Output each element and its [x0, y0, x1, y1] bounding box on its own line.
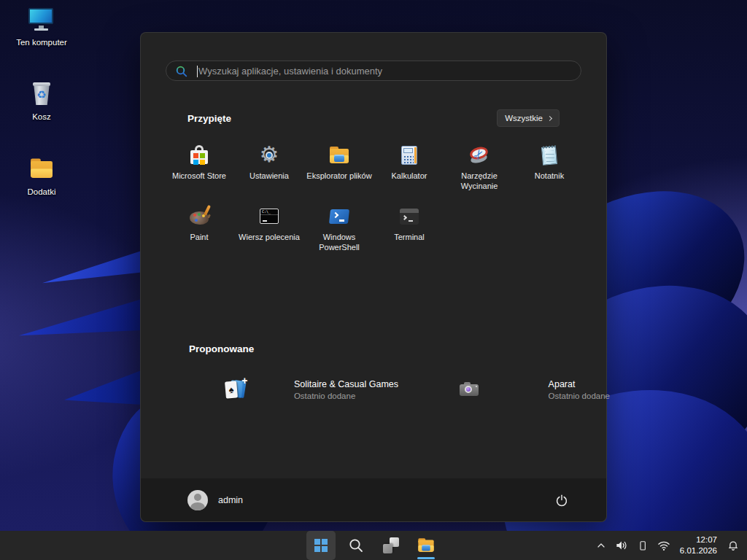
pinned-app-label: Terminal	[374, 233, 444, 243]
pinned-app-file-explorer[interactable]: Eksplorator plików	[304, 139, 374, 201]
user-name: admin	[218, 495, 243, 505]
power-button[interactable]	[549, 488, 574, 513]
speaker-icon	[614, 538, 629, 553]
task-view-button[interactable]	[376, 531, 406, 560]
pinned-app-settings[interactable]: ⚙ Ustawienia	[234, 139, 304, 201]
all-apps-button[interactable]: Wszystkie	[497, 109, 560, 127]
tray-date: 6.01.2026	[680, 545, 717, 556]
battery-icon	[636, 538, 649, 553]
tray-battery-button[interactable]	[632, 531, 653, 560]
taskbar: 12:07 6.01.2026	[0, 531, 747, 560]
pinned-section-title: Przypięte	[187, 113, 231, 124]
terminal-icon	[398, 205, 421, 228]
wifi-icon	[657, 538, 671, 553]
desktop-icon-label: Dodatki	[8, 187, 75, 198]
pinned-app-label: Narzędzie Wycinanie	[444, 171, 514, 192]
command-prompt-icon: C:\_	[258, 205, 281, 228]
tray-notifications-button[interactable]	[722, 531, 744, 560]
running-app-indicator	[417, 557, 435, 559]
pinned-app-label: Windows PowerShell	[304, 233, 374, 253]
pinned-app-label: Ustawienia	[234, 171, 304, 182]
pinned-app-calculator[interactable]: Kalkulator	[374, 139, 444, 201]
taskbar-search-button[interactable]	[341, 531, 371, 560]
start-menu-footer: admin	[141, 478, 606, 521]
pinned-app-terminal[interactable]: Terminal	[374, 201, 444, 262]
tray-volume-button[interactable]	[611, 531, 632, 560]
recommended-item-title: Solitaire & Casual Games	[294, 379, 398, 389]
pinned-app-notepad[interactable]: Notatnik	[514, 139, 584, 201]
calculator-icon	[398, 144, 421, 167]
pinned-apps-grid: Microsoft Store ⚙ Ustawienia Eksplorator…	[164, 139, 584, 262]
search-input[interactable]	[166, 61, 581, 80]
recommended-item-title: Aparat	[549, 379, 610, 389]
tray-clock[interactable]: 12:07 6.01.2026	[675, 534, 722, 556]
chevron-right-icon	[547, 115, 552, 120]
settings-gear-icon: ⚙	[258, 144, 281, 167]
desktop-icon-label: Kosz	[8, 112, 75, 122]
recycle-bin-icon: ♻	[27, 80, 56, 109]
tray-time: 12:07	[680, 534, 717, 545]
start-menu: Przypięte Wszystkie Microsoft Store ⚙ Us…	[140, 32, 607, 522]
recommended-item-subtitle: Ostatnio dodane	[549, 392, 610, 400]
powershell-icon	[328, 205, 351, 228]
file-explorer-icon	[328, 144, 351, 167]
snipping-tool-icon: ✂	[468, 144, 491, 167]
start-search-box[interactable]	[166, 61, 581, 81]
taskbar-file-explorer-button[interactable]	[411, 531, 441, 560]
recycle-glyph: ♻	[34, 88, 50, 102]
pinned-app-powershell[interactable]: Windows PowerShell	[304, 201, 374, 262]
notepad-icon	[538, 144, 561, 167]
microsoft-store-icon	[187, 144, 211, 167]
recommended-section-title: Proponowane	[189, 343, 254, 354]
pinned-app-label: Microsoft Store	[164, 171, 234, 182]
recommended-item-solitaire[interactable]: ♠ + Solitaire & Casual Games Ostatnio do…	[187, 373, 398, 406]
file-explorer-icon	[417, 536, 436, 555]
pinned-app-label: Eksplorator plików	[304, 171, 374, 182]
user-avatar	[187, 490, 208, 510]
desktop-icon-label: Ten komputer	[8, 38, 75, 48]
desktop-icon-dodatki[interactable]: Dodatki	[8, 155, 75, 198]
bell-icon	[726, 538, 740, 553]
pinned-app-label: Notatnik	[514, 171, 584, 182]
solitaire-cards-icon: ♠ +	[224, 378, 247, 401]
pinned-app-label: Kalkulator	[374, 171, 444, 182]
desktop-icon-this-pc[interactable]: Ten komputer	[8, 6, 75, 48]
all-apps-label: Wszystkie	[505, 114, 543, 122]
chevron-up-icon	[595, 540, 607, 551]
folder-icon	[27, 155, 56, 184]
pinned-app-label: Wiersz polecenia	[234, 233, 304, 243]
recommended-item-subtitle: Ostatnio dodane	[294, 392, 398, 400]
pinned-app-label: Paint	[164, 233, 234, 243]
user-profile-button[interactable]: admin	[187, 490, 243, 510]
paint-palette-icon	[187, 205, 211, 228]
pinned-app-command-prompt[interactable]: C:\_ Wiersz polecenia	[234, 201, 304, 262]
pinned-app-microsoft-store[interactable]: Microsoft Store	[164, 139, 234, 201]
tray-network-button[interactable]	[653, 531, 675, 560]
camera-icon	[457, 378, 481, 401]
tray-show-hidden-icons-button[interactable]	[592, 531, 611, 560]
search-icon	[347, 537, 365, 554]
pinned-app-paint[interactable]: Paint	[164, 201, 234, 262]
computer-icon	[27, 6, 56, 35]
windows-logo-icon	[314, 539, 328, 552]
recommended-item-camera[interactable]: Aparat Ostatnio dodane	[398, 373, 610, 406]
recommended-list: ♠ + Solitaire & Casual Games Ostatnio do…	[187, 373, 610, 406]
power-icon	[554, 492, 570, 508]
start-button[interactable]	[306, 531, 336, 560]
pinned-app-snipping-tool[interactable]: ✂ Narzędzie Wycinanie	[444, 139, 514, 201]
desktop-icon-recycle-bin[interactable]: ♻ Kosz	[8, 80, 75, 122]
